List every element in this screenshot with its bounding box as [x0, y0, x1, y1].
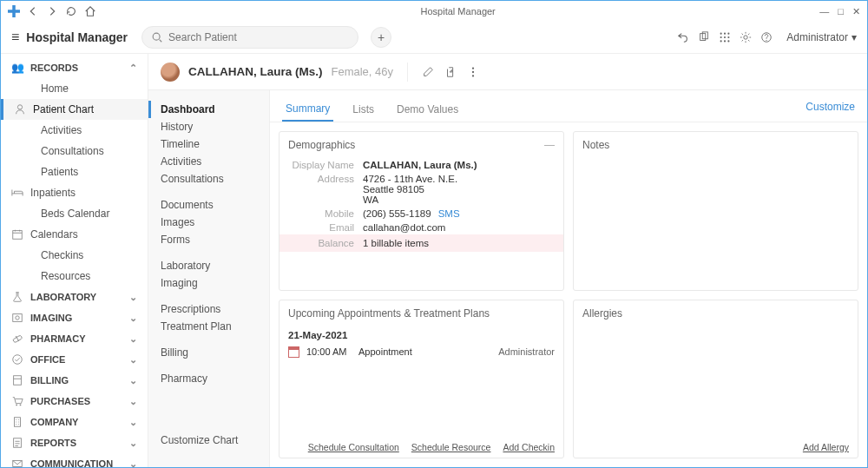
- nav-section-reports[interactable]: REPORTS⌄: [1, 432, 148, 453]
- chart-nav-history[interactable]: History: [161, 118, 257, 135]
- patient-name: CALLAHAN, Laura (Ms.): [188, 65, 323, 78]
- close-button[interactable]: ✕: [852, 6, 860, 17]
- customize-chart-link[interactable]: Customize Chart: [161, 434, 257, 457]
- home-icon[interactable]: [84, 5, 96, 17]
- add-checkin-link[interactable]: Add Checkin: [503, 442, 555, 452]
- add-allergy-link[interactable]: Add Allergy: [803, 442, 849, 452]
- svg-point-30: [472, 70, 474, 72]
- search-box[interactable]: [141, 26, 358, 49]
- nav-item-consultations[interactable]: Consultations: [1, 141, 148, 161]
- chart-nav-forms[interactable]: Forms: [161, 231, 257, 248]
- chart-nav-images[interactable]: Images: [161, 214, 257, 231]
- nav-section-laboratory[interactable]: LABORATORY⌄: [1, 287, 148, 307]
- nav-section-communication[interactable]: COMMUNICATION⌄: [1, 453, 148, 467]
- user-menu[interactable]: Administrator ▾: [786, 31, 857, 43]
- nav-item-patients[interactable]: Patients: [1, 161, 148, 182]
- chart-nav-timeline[interactable]: Timeline: [161, 135, 257, 153]
- back-icon[interactable]: [27, 5, 39, 17]
- svg-point-5: [720, 33, 722, 35]
- chart-nav-consultations[interactable]: Consultations: [161, 170, 257, 188]
- nav-item-inpatients[interactable]: Inpatients: [1, 182, 148, 203]
- window-title: Hospital Manager: [96, 6, 819, 16]
- nav-item-beds-calendar[interactable]: Beds Calendar: [1, 203, 148, 224]
- chevron-down-icon: ⌄: [129, 438, 137, 449]
- nav-section-purchases[interactable]: PURCHASES⌄: [1, 391, 148, 412]
- chevron-down-icon: ⌄: [129, 375, 137, 386]
- nav-item-patient-chart[interactable]: Patient Chart: [1, 99, 148, 120]
- appointment-row[interactable]: 10:00 AM Appointment Administrator: [288, 344, 555, 360]
- undo-icon[interactable]: [677, 31, 689, 43]
- card-title: Allergies: [582, 307, 622, 320]
- demo-label: Mobile: [288, 208, 363, 219]
- nav-item-resources[interactable]: Resources: [1, 266, 148, 287]
- nav-section-pharmacy[interactable]: PHARMACY⌄: [1, 328, 148, 349]
- chart-nav-billing[interactable]: Billing: [161, 344, 257, 361]
- nav-section-records[interactable]: 👥 RECORDS ⌃: [1, 57, 148, 78]
- chevron-down-icon: ⌄: [129, 333, 137, 345]
- chevron-down-icon: ▾: [852, 31, 857, 43]
- svg-point-22: [13, 355, 23, 365]
- customize-link[interactable]: Customize: [806, 101, 855, 118]
- demo-address: 4726 - 11th Ave. N.E.Seattle 98105WA: [363, 174, 555, 205]
- chart-nav-pharmacy[interactable]: Pharmacy: [161, 370, 257, 387]
- menu-toggle-icon[interactable]: ≡: [11, 30, 19, 45]
- forward-icon[interactable]: [46, 5, 58, 17]
- chart-nav-imaging[interactable]: Imaging: [161, 274, 257, 292]
- edit-icon[interactable]: [422, 66, 434, 78]
- svg-point-10: [728, 36, 730, 38]
- copy-icon[interactable]: [698, 31, 710, 43]
- nav-section-office[interactable]: OFFICE⌄: [1, 349, 148, 370]
- schedule-consultation-link[interactable]: Schedule Consultation: [308, 442, 399, 452]
- add-button[interactable]: +: [371, 27, 391, 48]
- gear-icon[interactable]: [740, 31, 752, 43]
- chart-nav: Dashboard History Timeline Activities Co…: [148, 90, 270, 467]
- demo-label: Email: [288, 222, 363, 233]
- card-notes: Notes: [573, 131, 858, 291]
- chart-nav-laboratory[interactable]: Laboratory: [161, 257, 257, 274]
- demo-label: Address: [288, 174, 363, 205]
- tab-summary[interactable]: Summary: [282, 97, 333, 122]
- svg-point-17: [17, 105, 22, 109]
- schedule-resource-link[interactable]: Schedule Resource: [411, 442, 491, 452]
- appointment-cal-icon: [288, 346, 299, 358]
- nav-section-billing[interactable]: BILLING⌄: [1, 370, 148, 391]
- nav-item-home[interactable]: Home: [1, 78, 148, 99]
- svg-rect-23: [14, 376, 22, 386]
- svg-point-2: [153, 33, 160, 40]
- svg-point-13: [728, 40, 730, 42]
- tab-demo-values[interactable]: Demo Values: [393, 98, 462, 121]
- tab-lists[interactable]: Lists: [349, 98, 378, 121]
- apps-grid-icon[interactable]: [719, 31, 731, 43]
- nav-section-imaging[interactable]: IMAGING⌄: [1, 307, 148, 328]
- maximize-button[interactable]: □: [838, 6, 844, 17]
- search-input[interactable]: [168, 31, 349, 43]
- help-icon[interactable]: [760, 31, 773, 43]
- envelope-icon: [11, 458, 23, 467]
- chevron-down-icon: ⌄: [129, 458, 137, 468]
- svg-point-9: [724, 36, 726, 38]
- chart-nav-dashboard[interactable]: Dashboard: [148, 101, 257, 118]
- patient-meta: Female, 46y: [332, 65, 394, 78]
- chart-nav-documents[interactable]: Documents: [161, 196, 257, 214]
- dashboard-tabs: Summary Lists Demo Values Customize: [270, 90, 867, 122]
- chart-nav-activities[interactable]: Activities: [161, 153, 257, 170]
- svg-point-7: [728, 33, 730, 35]
- user-label: Administrator: [786, 31, 848, 43]
- more-icon[interactable]: [467, 66, 479, 78]
- minimize-button[interactable]: —: [819, 6, 829, 17]
- chart-nav-treatment-plan[interactable]: Treatment Plan: [161, 318, 257, 335]
- refresh-icon[interactable]: [65, 5, 77, 17]
- collapse-icon[interactable]: —: [544, 139, 555, 151]
- nav-item-checkins[interactable]: Checkins: [1, 245, 148, 266]
- chart-nav-prescriptions[interactable]: Prescriptions: [161, 300, 257, 318]
- sms-link[interactable]: SMS: [438, 208, 460, 219]
- nav-item-activities[interactable]: Activities: [1, 120, 148, 141]
- svg-point-8: [720, 36, 722, 38]
- nav-item-calendars[interactable]: Calendars: [1, 224, 148, 245]
- card-appointments: Upcoming Appointments & Treatment Plans …: [279, 300, 564, 459]
- export-icon[interactable]: [444, 66, 457, 78]
- svg-rect-1: [8, 10, 20, 13]
- appointment-by: Administrator: [498, 346, 555, 357]
- card-title: Upcoming Appointments & Treatment Plans: [288, 307, 490, 320]
- nav-section-company[interactable]: COMPANY⌄: [1, 412, 148, 432]
